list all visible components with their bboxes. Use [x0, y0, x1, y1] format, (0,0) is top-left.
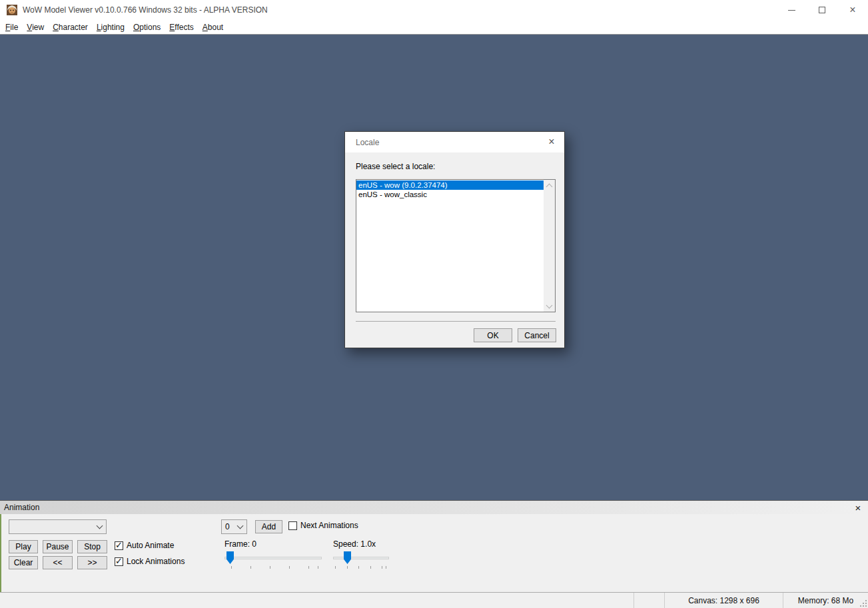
menu-about[interactable]: About — [203, 23, 223, 32]
menu-options[interactable]: Options — [133, 23, 161, 32]
cancel-button[interactable]: Cancel — [518, 328, 556, 342]
status-canvas-size: Canvas: 1298 x 696 — [664, 593, 783, 608]
locale-prompt: Please select a locale: — [356, 162, 435, 171]
locale-listbox[interactable]: enUS - wow (9.0.2.37474) enUS - wow_clas… — [356, 179, 556, 312]
animation-panel-close-button[interactable]: × — [853, 502, 863, 513]
locale-dialog-body: Please select a locale: enUS - wow (9.0.… — [345, 152, 564, 348]
stop-button[interactable]: Stop — [77, 540, 107, 553]
animation-select[interactable] — [9, 519, 107, 534]
animation-panel-title: Animation — [4, 503, 39, 512]
minimize-icon — [788, 10, 795, 11]
checkmark-icon: ✓ — [115, 540, 123, 550]
close-icon: × — [548, 136, 554, 148]
checkmark-icon: ✓ — [115, 556, 123, 566]
speed-slider-thumb[interactable] — [344, 551, 351, 564]
next-animations-label: Next Animations — [300, 521, 358, 530]
clear-button-label: Clear — [14, 558, 33, 567]
next-animations-checkbox[interactable]: ✓ Next Animations — [288, 521, 358, 530]
chevron-down-icon — [96, 522, 103, 529]
ok-button-label: OK — [487, 331, 498, 340]
clear-button[interactable]: Clear — [9, 556, 38, 569]
listbox-scrollbar[interactable] — [544, 180, 555, 312]
chevron-down-icon — [236, 522, 243, 529]
pause-button-label: Pause — [46, 542, 69, 551]
lock-animations-checkbox[interactable]: ✓ Lock Animations — [115, 557, 185, 566]
auto-animate-checkbox[interactable]: ✓ Auto Animate — [115, 541, 174, 550]
frame-label: Frame: 0 — [224, 539, 256, 549]
menu-lighting[interactable]: Lighting — [97, 23, 125, 32]
close-icon: × — [855, 502, 861, 513]
maximize-button[interactable] — [807, 0, 837, 20]
lock-animations-label: Lock Animations — [127, 557, 185, 566]
status-cell-empty — [634, 593, 664, 608]
app-window: WoW Model Viewer v0.10.0.766 Windows 32 … — [0, 0, 868, 608]
locale-list-item[interactable]: enUS - wow_classic — [356, 190, 544, 199]
resize-grip[interactable] — [860, 600, 867, 607]
ok-button[interactable]: OK — [474, 328, 512, 342]
prev-frame-button-label: << — [53, 558, 62, 567]
locale-dialog-close-button[interactable]: × — [546, 136, 558, 148]
animation-index-select[interactable]: 0 — [221, 519, 247, 534]
menu-view[interactable]: View — [27, 23, 44, 32]
window-title: WoW Model Viewer v0.10.0.766 Windows 32 … — [23, 5, 268, 15]
checkbox-box: ✓ — [288, 521, 297, 530]
cancel-button-label: Cancel — [524, 331, 549, 340]
menu-bar: File View Character Lighting Options Eff… — [0, 20, 868, 35]
speed-slider-track[interactable] — [333, 557, 389, 559]
status-cell-empty-main — [0, 593, 634, 608]
maximize-icon — [819, 7, 825, 13]
frame-slider-track[interactable] — [224, 557, 322, 559]
speed-label: Speed: 1.0x — [333, 539, 376, 549]
menu-effects[interactable]: Effects — [169, 23, 193, 32]
play-button-label: Play — [15, 542, 31, 551]
animation-panel-body: Play Pause Stop Clear << >> ✓ Auto Anima… — [0, 514, 868, 592]
add-button-label: Add — [262, 522, 276, 531]
speed-slider-ticks — [333, 566, 389, 570]
close-icon: × — [849, 5, 855, 15]
dialog-separator — [356, 321, 556, 322]
add-button[interactable]: Add — [255, 520, 282, 533]
frame-slider-thumb[interactable] — [226, 551, 234, 564]
prev-frame-button[interactable]: << — [43, 556, 73, 569]
menu-file[interactable]: File — [5, 23, 18, 32]
frame-slider[interactable] — [224, 551, 322, 565]
locale-dialog: Locale × Please select a locale: enUS - … — [344, 131, 565, 348]
menu-character[interactable]: Character — [53, 23, 88, 32]
locale-list-item[interactable]: enUS - wow (9.0.2.37474) — [356, 180, 544, 190]
frame-slider-ticks — [224, 566, 322, 570]
status-memory: Memory: 68 Mo — [783, 593, 868, 608]
locale-dialog-titlebar[interactable]: Locale × — [345, 132, 564, 152]
status-bar: Canvas: 1298 x 696 Memory: 68 Mo — [0, 592, 868, 608]
play-button[interactable]: Play — [9, 540, 38, 553]
locale-dialog-title: Locale — [356, 138, 379, 147]
checkbox-box: ✓ — [115, 557, 123, 566]
auto-animate-label: Auto Animate — [127, 541, 174, 550]
next-frame-button[interactable]: >> — [77, 556, 107, 569]
animation-index-value: 0 — [222, 522, 233, 531]
minimize-button[interactable] — [776, 0, 807, 20]
speed-slider[interactable] — [333, 551, 389, 565]
pause-button[interactable]: Pause — [43, 540, 73, 553]
scroll-down-button[interactable] — [544, 300, 555, 312]
stop-button-label: Stop — [84, 542, 101, 551]
panel-left-edge-gripper — [0, 514, 1, 592]
chevron-up-icon — [546, 183, 553, 190]
app-icon — [7, 5, 17, 15]
animation-panel-header[interactable]: Animation × — [0, 500, 868, 514]
chevron-down-icon — [546, 302, 553, 308]
status-memory-text: Memory: 68 Mo — [798, 596, 853, 605]
close-button[interactable]: × — [837, 0, 868, 20]
next-frame-button-label: >> — [87, 558, 97, 567]
checkbox-box: ✓ — [115, 541, 123, 550]
scroll-up-button[interactable] — [544, 180, 555, 191]
title-bar[interactable]: WoW Model Viewer v0.10.0.766 Windows 32 … — [0, 0, 868, 20]
